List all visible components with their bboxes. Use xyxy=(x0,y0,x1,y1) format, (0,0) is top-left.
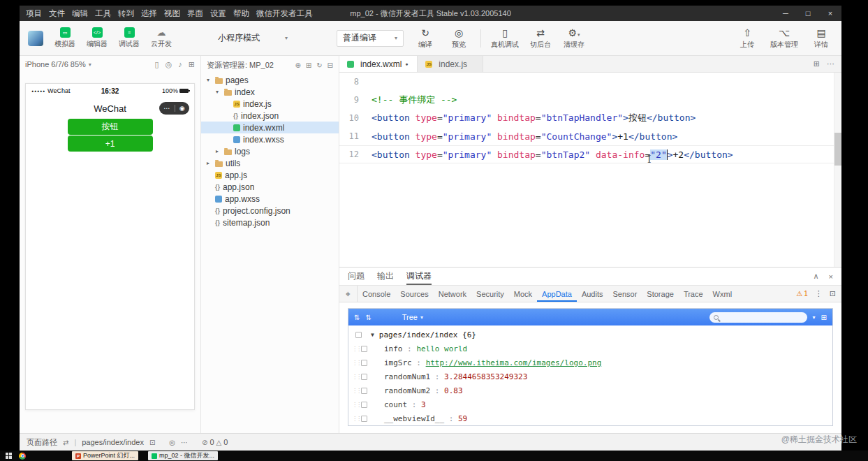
checkbox[interactable] xyxy=(361,360,367,366)
checkbox[interactable] xyxy=(355,332,362,338)
tree-item[interactable]: ▾index xyxy=(201,86,339,98)
devtools-tab[interactable]: Wxml xyxy=(708,286,737,302)
device-select[interactable]: iPhone 6/7/6 85% ▾ xyxy=(25,60,91,68)
menu-item[interactable]: 选择 xyxy=(138,8,161,19)
devtools-tab[interactable]: Security xyxy=(471,286,509,302)
devtools-tab[interactable]: Sensor xyxy=(608,286,642,302)
toolbar-action[interactable]: ◎预览 xyxy=(447,27,471,50)
tree-item[interactable]: ▸utils xyxy=(201,157,339,169)
collapse-panel-icon[interactable]: ∧ xyxy=(814,272,819,281)
devtools-tab[interactable]: Storage xyxy=(642,286,679,302)
toolbar-action[interactable]: ▤详情 xyxy=(809,27,833,50)
capsule-menu[interactable]: ⋯ ◉ xyxy=(159,102,189,115)
more-actions-icon[interactable]: ⋯ xyxy=(827,59,834,68)
drag-handle-icon[interactable]: ⋮⋮ xyxy=(352,374,361,380)
record-icon[interactable]: ◎ xyxy=(165,60,172,69)
devtools-tab[interactable]: Console xyxy=(358,286,395,302)
panel-toggle[interactable]: ☁云开发 xyxy=(149,27,173,49)
bottom-panel-tab[interactable]: 输出 xyxy=(377,268,394,285)
toolbar-action[interactable]: ⇄切后台 xyxy=(529,27,552,50)
tree-item[interactable]: {}project.config.json xyxy=(201,205,339,217)
panel-toggle[interactable]: </>编辑器 xyxy=(85,27,109,49)
menu-item[interactable]: 微信开发者工具 xyxy=(253,8,316,19)
devtools-tab[interactable]: Audits xyxy=(577,286,608,302)
menu-item[interactable]: 转到 xyxy=(115,8,138,19)
devtools-tab[interactable]: Sources xyxy=(395,286,433,302)
mini-program-button[interactable]: 按钮 xyxy=(68,119,153,135)
new-file-icon[interactable]: ⊕ xyxy=(295,61,300,69)
tree-item[interactable]: index.wxss xyxy=(201,133,339,145)
menu-item[interactable]: 项目 xyxy=(22,8,45,19)
devtools-tab[interactable]: Mock xyxy=(509,286,537,302)
search-options-icon[interactable]: ▾ xyxy=(813,314,816,321)
scrollbar-thumb[interactable] xyxy=(834,133,841,166)
inspect-element-icon[interactable]: ⌖ xyxy=(339,286,358,302)
drag-handle-icon[interactable]: ⋮⋮ xyxy=(352,346,361,352)
menu-item[interactable]: 帮助 xyxy=(230,8,253,19)
checkbox[interactable] xyxy=(361,388,367,394)
tree-item[interactable]: ▾pages xyxy=(201,74,339,86)
minimize-button[interactable]: ─ xyxy=(774,6,797,21)
tree-item[interactable]: JSindex.js xyxy=(201,98,339,110)
drag-handle-icon[interactable]: ⋮⋮ xyxy=(352,388,361,394)
split-view-icon[interactable]: ⇅ xyxy=(365,314,371,321)
toolbar-action[interactable]: ⌥版本管理 xyxy=(770,27,798,50)
menu-item[interactable]: 文件 xyxy=(45,8,68,19)
user-avatar[interactable] xyxy=(28,31,43,46)
menu-item[interactable]: 设置 xyxy=(207,8,230,19)
refresh-icon[interactable]: ↻ xyxy=(316,61,322,69)
tree-item[interactable]: ▸logs xyxy=(201,145,339,157)
mini-program-button[interactable]: +1 xyxy=(68,136,153,152)
mode-select[interactable]: 小程序模式 ▾ xyxy=(215,32,290,44)
sound-icon[interactable]: ♪ xyxy=(178,60,182,69)
appdata-value[interactable]: http://www.itheima.com/images/logo.png xyxy=(426,358,602,367)
panel-toggle[interactable]: ▭模拟器 xyxy=(53,27,77,49)
maximize-button[interactable]: □ xyxy=(797,6,819,21)
start-button[interactable] xyxy=(6,453,12,459)
bottom-panel-tab[interactable]: 问题 xyxy=(348,268,365,285)
rotate-device-icon[interactable]: ▯ xyxy=(155,60,159,69)
kebab-menu-icon[interactable]: ⋮ xyxy=(815,289,823,298)
tree-item[interactable]: {}index.json xyxy=(201,110,339,122)
toolbar-action[interactable]: ↻编译 xyxy=(413,27,437,50)
dock-side-icon[interactable]: ⊡ xyxy=(830,289,836,298)
split-editor-icon[interactable]: ⊞ xyxy=(814,59,820,68)
menu-item[interactable]: 视图 xyxy=(161,8,184,19)
modified-dot[interactable]: ● xyxy=(405,61,411,66)
new-folder-icon[interactable]: ⊞ xyxy=(306,61,311,69)
drag-handle-icon[interactable]: ⋮⋮ xyxy=(352,360,361,366)
collapse-all-icon[interactable]: ⊟ xyxy=(328,61,333,69)
more-icon[interactable]: ⋯ xyxy=(163,105,170,112)
more-icon[interactable]: ⋯ xyxy=(181,439,188,446)
home-icon[interactable]: ◉ xyxy=(179,105,185,112)
copy-path-icon[interactable]: ⊡ xyxy=(149,439,155,446)
tree-item[interactable]: JSapp.js xyxy=(201,169,339,181)
checkbox[interactable] xyxy=(361,402,367,408)
appdata-search-input[interactable] xyxy=(709,312,807,323)
checkbox[interactable] xyxy=(361,416,367,422)
checkbox[interactable] xyxy=(361,346,367,352)
menu-item[interactable]: 编辑 xyxy=(68,8,91,19)
code-editor[interactable]: 89<!-- 事件绑定 -->10<button type="primary" … xyxy=(339,73,841,267)
panel-toggle[interactable]: ≡调试器 xyxy=(117,27,141,49)
appdata-root-row[interactable]: ▼pages/index/index {6} xyxy=(348,328,832,342)
tree-item[interactable]: {}app.json xyxy=(201,181,339,193)
drag-handle-icon[interactable]: ⋮⋮ xyxy=(352,402,361,408)
editor-tab[interactable]: JSindex.js xyxy=(418,56,483,72)
devtools-tab[interactable]: Network xyxy=(434,286,471,302)
tree-mode-dropdown[interactable]: Tree ▾ xyxy=(402,313,423,321)
toolbar-action[interactable]: ⇧上传 xyxy=(735,27,759,50)
devtools-tab[interactable]: AppData xyxy=(537,286,577,302)
editor-scrollbar[interactable] xyxy=(834,73,841,267)
problem-counts[interactable]: ⊘ 0 △ 0 xyxy=(202,438,228,446)
path-switch-icon[interactable]: ⇄ xyxy=(63,439,68,446)
checkbox[interactable] xyxy=(361,374,367,380)
disclosure-triangle-icon[interactable]: ▼ xyxy=(371,332,374,338)
toolbar-action[interactable]: ⚙▾清缓存 xyxy=(562,27,586,50)
compile-mode-select[interactable]: 普通编译 ▾ xyxy=(337,30,404,47)
menu-item[interactable]: 工具 xyxy=(91,8,115,19)
tree-item[interactable]: app.wxss xyxy=(201,193,339,205)
taskbar-item[interactable]: PPowerPoint 幻灯... xyxy=(72,451,138,460)
split-view-icon[interactable]: ⇅ xyxy=(354,314,360,321)
editor-tab[interactable]: index.wxml● xyxy=(339,56,418,72)
